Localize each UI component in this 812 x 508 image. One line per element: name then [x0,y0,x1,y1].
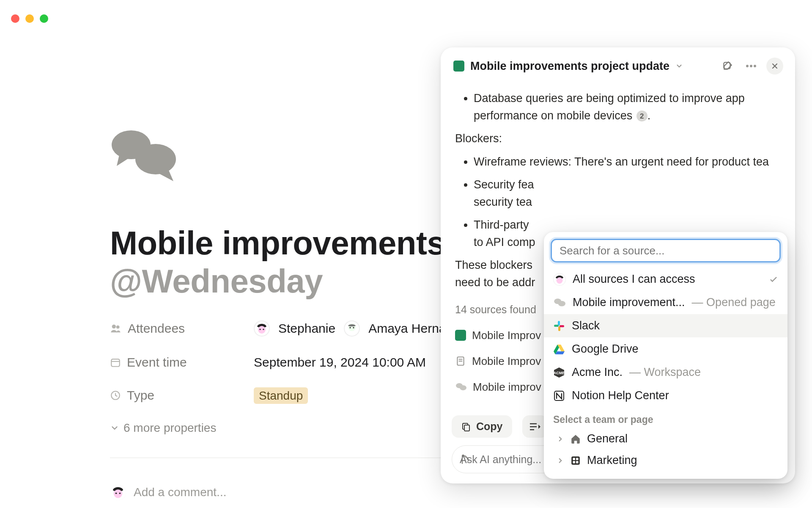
source-search-input[interactable] [551,239,781,262]
copy-icon [461,422,471,432]
chevron-right-icon [557,457,564,464]
page-chip-icon [455,330,466,341]
source-option-opened-page[interactable]: Mobile improvement... — Opened page [544,291,787,314]
page-chip-icon [453,61,464,72]
prop-label-text: Event time [127,355,187,370]
tree-row-marketing[interactable]: Marketing [544,450,787,471]
app-window: Mobile improvements @Wednesday Attendees… [0,0,812,508]
svg-text:ACME: ACME [554,371,565,375]
avatar [110,484,126,500]
page-title[interactable]: Mobile improvements @Wednesday [110,224,491,300]
home-icon [570,433,581,444]
svg-point-20 [746,65,749,67]
compose-button[interactable] [719,58,736,75]
source-option-drive[interactable]: Google Drive [544,337,787,361]
more-properties-toggle[interactable]: 6 more properties [110,421,491,435]
svg-point-38 [558,301,565,306]
bullet-text: security tea [474,196,532,208]
svg-rect-42 [560,325,564,327]
svg-point-1 [135,144,176,174]
check-icon [769,275,778,284]
svg-rect-12 [111,359,120,367]
window-controls [11,14,48,23]
type-tag: Standup [254,387,308,404]
divider [110,458,491,458]
avatar [254,320,270,337]
svg-rect-52 [573,461,575,463]
svg-point-21 [750,65,752,67]
more-menu-button[interactable] [743,58,760,75]
svg-point-2 [112,325,116,329]
copy-button[interactable]: Copy [452,415,512,438]
window-close-button[interactable] [11,14,19,23]
svg-rect-40 [554,325,559,327]
svg-point-7 [263,329,264,330]
source-label: Mobile Improv [472,327,541,344]
prop-label-text: Type [127,388,154,403]
prop-eventtime-label[interactable]: Event time [110,355,254,370]
prop-type-label[interactable]: Type [110,388,254,403]
prop-attendees-label[interactable]: Attendees [110,321,254,336]
page-main: Mobile improvements @Wednesday Attendees… [110,224,491,500]
bullet-text: Wireframe reviews: There's an urgent nee… [474,155,769,168]
source-option-suffix: — Opened page [692,296,776,309]
ai-panel-title[interactable]: Mobile improvements project update [453,60,683,73]
tree-row-label: Marketing [587,454,637,467]
source-option-all[interactable]: All sources I can access [544,268,787,291]
svg-point-16 [114,490,122,498]
source-option-label: Acme Inc. [572,366,623,379]
slack-icon [553,320,565,332]
svg-rect-29 [464,425,469,431]
ai-panel-title-text: Mobile improvements project update [470,60,669,73]
blocker-bullet: Wireframe reviews: There's an urgent nee… [474,153,781,171]
chevron-down-icon [110,423,119,433]
svg-point-22 [754,65,756,67]
page-title-date-mention[interactable]: @Wednesday [110,262,323,300]
summary-bullets: Database queries are being optimized to … [455,90,781,124]
window-zoom-button[interactable] [40,14,48,23]
avatar [344,320,360,337]
grid-icon [570,455,581,466]
add-comment-row[interactable]: Add a comment... [110,484,491,500]
source-option-notion-help[interactable]: Notion Help Center [544,384,787,407]
window-minimize-button[interactable] [25,14,34,23]
ai-panel: Mobile improvements project update Datab… [441,47,795,483]
page-emoji-icon[interactable] [110,127,178,182]
copy-label: Copy [476,420,503,433]
citation-badge[interactable]: 2 [636,110,647,121]
source-option-slack[interactable]: Slack [544,314,787,337]
source-option-label: Mobile improvement... [573,296,685,309]
source-option-workspace[interactable]: ACME Acme Inc. — Workspace [544,361,787,384]
workspace-icon: ACME [553,367,565,378]
chevron-right-icon [557,435,564,443]
svg-rect-51 [576,458,578,460]
people-icon [110,323,122,334]
source-picker-popover: All sources I can access Mobile improvem… [544,232,787,479]
calendar-icon [110,357,121,368]
notion-icon [553,390,565,402]
bullet-text: Database queries are being optimized to … [474,92,745,122]
tree-row-general[interactable]: General [544,428,787,450]
ai-actions-row: Copy [452,415,548,438]
avatar-icon [553,273,566,286]
bullet-text: Security fea [474,178,534,191]
bullet-text: Third-party [474,218,529,231]
source-section-label: Select a team or page [544,407,787,428]
source-option-label: Google Drive [572,342,639,356]
blockers-heading: Blockers: [455,130,781,147]
prop-label-text: Attendees [128,321,185,336]
source-option-suffix: — Workspace [629,366,701,379]
attendee-name: Stephanie [278,321,335,336]
source-label: Mobile improv [473,379,541,395]
svg-point-11 [353,327,354,329]
svg-point-36 [557,277,563,284]
blocker-bullet: Security fea security tea [474,176,781,210]
more-properties-text: 6 more properties [123,421,216,435]
chat-icon [553,297,566,308]
svg-point-17 [115,493,117,494]
google-drive-icon [553,344,565,355]
close-panel-button[interactable] [766,58,783,75]
comment-placeholder: Add a comment... [134,486,226,499]
source-option-label: All sources I can access [573,273,695,286]
summary-bullet: Database queries are being optimized to … [474,90,781,124]
